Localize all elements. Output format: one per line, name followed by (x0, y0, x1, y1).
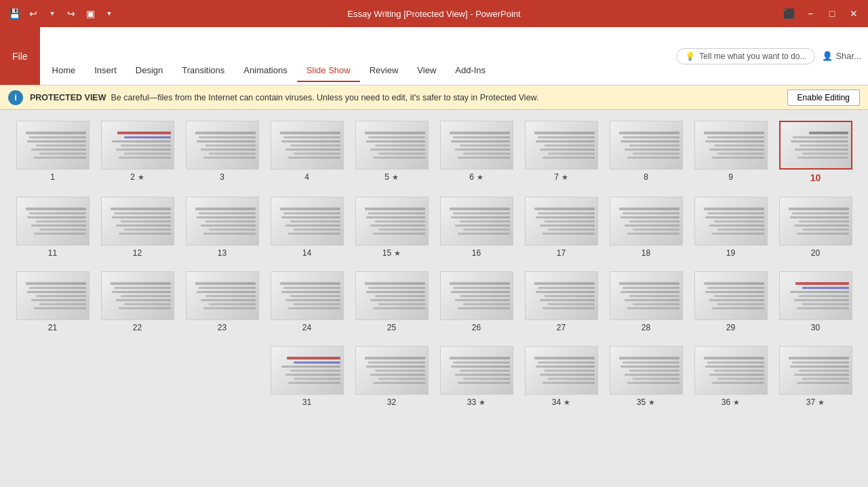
enable-editing-button[interactable]: Enable Editing (787, 90, 860, 106)
slide-item[interactable]: 30 (776, 271, 854, 332)
customize-icon[interactable]: ▼ (102, 6, 117, 21)
slide-thumbnail[interactable] (355, 346, 429, 395)
slide-item[interactable]: ★2 (98, 121, 176, 183)
star-icon: ★ (138, 173, 144, 182)
slide-thumbnail[interactable] (525, 197, 598, 246)
redo-icon[interactable]: ↪ (64, 6, 79, 21)
slide-item[interactable]: ★36 (692, 346, 770, 407)
slide-thumbnail[interactable] (610, 121, 683, 170)
slide-thumbnail[interactable] (610, 197, 683, 246)
slide-item[interactable]: 32 (353, 346, 431, 407)
slide-item[interactable]: 22 (98, 271, 176, 332)
slide-thumbnail[interactable] (610, 271, 683, 320)
slide-thumbnail[interactable] (271, 197, 344, 246)
slide-thumbnail[interactable] (355, 121, 429, 170)
slide-item[interactable]: ★6 (437, 121, 515, 183)
slide-item[interactable]: 16 (437, 197, 515, 258)
slide-number-row: 18 (642, 248, 650, 258)
slide-item[interactable]: 11 (14, 197, 92, 258)
slide-item[interactable]: 17 (522, 197, 600, 258)
slide-item[interactable]: 3 (183, 121, 261, 183)
tab-home[interactable]: Home (43, 60, 85, 82)
slide-thumbnail[interactable] (186, 271, 259, 320)
slide-thumbnail[interactable] (525, 121, 598, 170)
tab-animations[interactable]: Animations (234, 60, 296, 82)
slide-item[interactable]: 20 (776, 197, 854, 258)
slide-item[interactable]: 9 (692, 121, 770, 183)
slide-item[interactable]: ★37 (776, 346, 854, 407)
slide-thumbnail[interactable] (16, 271, 90, 320)
slide-thumbnail[interactable] (610, 346, 683, 395)
slide-item[interactable]: 14 (268, 197, 346, 258)
slide-thumbnail[interactable] (779, 121, 852, 170)
slide-thumbnail[interactable] (525, 346, 598, 395)
file-tab[interactable]: File (0, 27, 40, 85)
slide-thumbnail[interactable] (271, 271, 344, 320)
slide-item[interactable]: 23 (183, 271, 261, 332)
slide-thumbnail[interactable] (271, 346, 344, 395)
slide-thumbnail[interactable] (16, 121, 90, 170)
slide-item[interactable]: 10 (776, 121, 854, 183)
slide-item[interactable]: 24 (268, 271, 346, 332)
slide-item[interactable]: 29 (692, 271, 770, 332)
slide-item[interactable]: ★5 (353, 121, 431, 183)
share-button[interactable]: 👤 Shar... (822, 51, 861, 61)
tab-slideshow[interactable]: Slide Show (297, 60, 360, 82)
slide-thumbnail[interactable] (16, 197, 90, 246)
tell-me-box[interactable]: 💡 Tell me what you want to do... (676, 48, 815, 64)
slide-item[interactable]: 26 (437, 271, 515, 332)
slide-item[interactable]: ★33 (437, 346, 515, 407)
slide-thumbnail[interactable] (271, 121, 344, 170)
slide-thumbnail[interactable] (694, 197, 768, 246)
maximize-icon[interactable]: □ (825, 6, 840, 21)
restore-window-icon[interactable]: ⬛ (781, 6, 796, 21)
slide-item[interactable]: 1 (14, 121, 92, 183)
slide-thumbnail[interactable] (355, 271, 429, 320)
slide-thumbnail[interactable] (694, 346, 768, 395)
slide-thumbnail[interactable] (779, 346, 852, 395)
slide-item[interactable]: 27 (522, 271, 600, 332)
slide-thumbnail[interactable] (440, 121, 513, 170)
slide-item[interactable]: 13 (183, 197, 261, 258)
undo-icon[interactable]: ↩ (26, 6, 41, 21)
tab-design[interactable]: Design (126, 60, 172, 82)
slide-thumbnail[interactable] (440, 197, 513, 246)
slide-item[interactable]: 28 (607, 271, 685, 332)
slide-thumbnail[interactable] (779, 271, 852, 320)
slide-item[interactable]: 21 (14, 271, 92, 332)
slide-item[interactable]: ★15 (353, 197, 431, 258)
slide-thumbnail[interactable] (779, 197, 852, 246)
tell-me-text: Tell me what you want to do... (699, 52, 806, 61)
slide-thumbnail[interactable] (525, 271, 598, 320)
slide-item[interactable]: 12 (98, 197, 176, 258)
slide-thumbnail[interactable] (186, 197, 259, 246)
tab-view[interactable]: View (408, 60, 446, 82)
slide-thumbnail[interactable] (440, 346, 513, 395)
slide-thumbnail[interactable] (101, 271, 174, 320)
slide-item[interactable]: 4 (268, 121, 346, 183)
slide-thumbnail[interactable] (694, 271, 768, 320)
close-icon[interactable]: ✕ (846, 6, 861, 21)
slide-thumbnail[interactable] (101, 121, 174, 170)
tab-insert[interactable]: Insert (85, 60, 126, 82)
slide-item[interactable]: ★7 (522, 121, 600, 183)
slide-thumbnail[interactable] (101, 197, 174, 246)
slide-item[interactable]: ★35 (607, 346, 685, 407)
minimize-icon[interactable]: − (803, 6, 818, 21)
slide-item[interactable]: 8 (607, 121, 685, 183)
slide-thumbnail[interactable] (355, 197, 429, 246)
slide-item[interactable]: 19 (692, 197, 770, 258)
tab-review[interactable]: Review (360, 60, 408, 82)
slide-item[interactable]: 25 (353, 271, 431, 332)
slide-item[interactable]: 31 (268, 346, 346, 407)
undo-dropdown-icon[interactable]: ▼ (45, 6, 60, 21)
save-icon[interactable]: 💾 (7, 6, 22, 21)
slide-item[interactable]: ★34 (522, 346, 600, 407)
slide-thumbnail[interactable] (186, 121, 259, 170)
presentation-icon[interactable]: ▣ (83, 6, 98, 21)
slide-item[interactable]: 18 (607, 197, 685, 258)
tab-addins[interactable]: Add-Ins (446, 60, 495, 82)
slide-thumbnail[interactable] (694, 121, 768, 170)
tab-transitions[interactable]: Transitions (172, 60, 234, 82)
slide-thumbnail[interactable] (440, 271, 513, 320)
